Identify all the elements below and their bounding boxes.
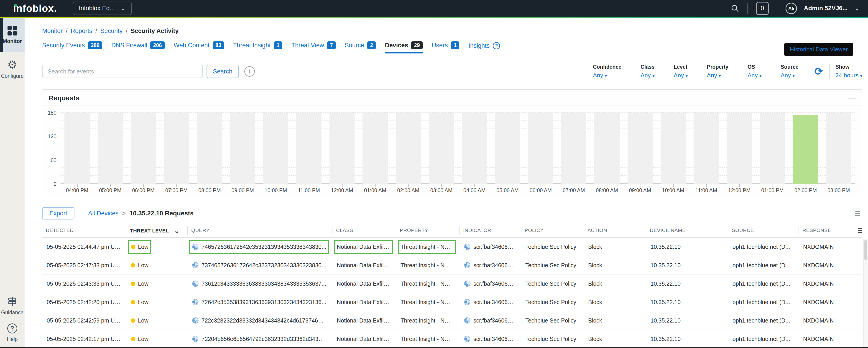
column-menu[interactable] [852, 226, 862, 235]
user-menu-label[interactable]: Admin 52VJ6... [804, 5, 847, 12]
tab-insights[interactable]: Insights? [468, 42, 500, 54]
tab-users[interactable]: Users1 [432, 41, 459, 54]
tab-web-content[interactable]: Web Content83 [174, 41, 224, 54]
indicator-cell: scr.fbaf34606a3c... [461, 277, 519, 291]
table-row[interactable]: 05-05-2025 02:43:33 pm UTC Low 73612c343… [42, 275, 862, 293]
tab-security-events[interactable]: Security Events289 [42, 41, 102, 54]
response-cell: NXDOMAIN [803, 299, 834, 306]
action-cell: Block [588, 280, 602, 287]
table-settings-icon[interactable] [853, 209, 862, 218]
chevron-down-icon[interactable]: ⌄ [854, 7, 859, 10]
column-header-device-name[interactable]: DEVICE NAME [646, 226, 728, 235]
threat-indicator-icon[interactable] [464, 243, 471, 250]
info-icon[interactable]: i [244, 66, 255, 77]
filter-dropdown[interactable]: Any ▾ [641, 72, 655, 79]
tab-threat-view[interactable]: Threat View7 [291, 41, 335, 54]
historical-data-viewer-button[interactable]: Historical Data Viewer [784, 43, 853, 56]
tab-count-badge: 289 [88, 41, 102, 49]
export-button[interactable]: Export [42, 207, 74, 219]
app-switcher-label: Infoblox Ed... [79, 5, 115, 12]
threat-indicator-icon[interactable] [464, 280, 471, 287]
column-header-class[interactable]: CLASS [332, 226, 396, 235]
filter-class: ClassAny ▾ [641, 64, 655, 79]
threat-indicator-icon[interactable] [192, 262, 199, 269]
y-axis-tick-label: 0 [42, 181, 57, 187]
chart-hour-band [495, 113, 520, 184]
refresh-icon[interactable]: ⟳ [814, 65, 823, 77]
breadcrumb-separator: / [126, 28, 127, 35]
x-axis-tick-label: 06:00 PM [132, 187, 154, 194]
notification-counter[interactable]: 0 [756, 2, 769, 15]
table-row[interactable]: 05-05-2025 02:44:47 pm UTC Low 746572636… [42, 238, 862, 256]
threat-indicator-icon[interactable] [192, 243, 199, 250]
vertical-scrollbar[interactable] [863, 239, 868, 348]
filter-dropdown[interactable]: Any ▾ [748, 72, 762, 79]
column-header-action[interactable]: ACTION [584, 226, 646, 235]
all-devices-link[interactable]: All Devices [88, 210, 119, 217]
severity-dot-icon [131, 263, 135, 268]
chart-bar[interactable] [793, 115, 818, 184]
threat-level-cell: Low [128, 295, 151, 309]
column-header-policy[interactable]: POLICY [521, 226, 584, 235]
sidebar-item-configure[interactable]: ⚙ Configure [0, 52, 25, 86]
action-cell: Block [588, 336, 602, 342]
x-axis-tick-label: 08:00 PM [198, 187, 221, 194]
column-header-indicator[interactable]: INDICATOR [459, 226, 521, 235]
breadcrumb-link-security[interactable]: Security [100, 28, 123, 35]
chart-hour-band [561, 113, 587, 184]
breadcrumb-link-reports[interactable]: Reports [71, 28, 92, 35]
app-switcher-dropdown[interactable]: Infoblox Ed... ⌄ [73, 2, 131, 15]
breadcrumb: Monitor / Reports / Security / Security … [42, 28, 862, 35]
filter-row: Search i ConfidenceAny ▾ClassAny ▾LevelA… [42, 64, 862, 79]
requests-panel: Requests — 060120180 04:00 PM05:00 PM06:… [42, 90, 862, 197]
threat-indicator-icon[interactable] [464, 262, 471, 269]
scrollbar-thumb[interactable] [864, 240, 867, 260]
table-row[interactable]: 05-05-2025 02:42:17 pm UTC Low 72204b656… [42, 330, 862, 348]
tab-threat-insight[interactable]: Threat Insight1 [233, 41, 282, 54]
filter-dropdown[interactable]: Any ▾ [674, 72, 688, 79]
table-row[interactable]: 05-05-2025 02:42:59 pm UTC Low 722c32323… [42, 311, 862, 330]
threat-indicator-icon[interactable] [192, 336, 199, 342]
table-row[interactable]: 05-05-2025 02:42:20 pm UTC Low 72642c353… [42, 293, 862, 311]
threat-indicator-icon[interactable] [192, 317, 199, 324]
column-header-detected[interactable]: DETECTED [42, 226, 126, 235]
chart-hour-band [164, 113, 189, 184]
sidebar-item-help[interactable]: ? Help [0, 319, 25, 346]
x-axis-tick-label: 11:00 PM [298, 187, 320, 194]
column-header-property[interactable]: PROPERTY [396, 226, 459, 235]
question-icon: ? [7, 323, 17, 334]
threat-indicator-icon[interactable] [464, 299, 471, 306]
action-cell: Block [588, 317, 602, 324]
threat-indicator-icon[interactable] [464, 336, 471, 342]
threat-indicator-icon[interactable] [192, 280, 199, 287]
tab-source[interactable]: Source2 [345, 41, 376, 54]
search-input[interactable] [42, 65, 203, 78]
help-question-icon[interactable]: ? [493, 42, 500, 49]
sidebar-item-monitor[interactable]: Monitor [0, 18, 25, 52]
avatar[interactable]: A5 [785, 3, 797, 14]
tab-devices[interactable]: Devices29 [385, 41, 423, 54]
search-button[interactable]: Search [207, 65, 239, 78]
tab-dns-firewall[interactable]: DNS Firewall206 [111, 41, 165, 54]
device-name-cell: 10.35.22.10 [651, 299, 681, 306]
column-header-threat-level[interactable]: THREAT LEVEL⌄ [126, 226, 187, 235]
column-header-source[interactable]: SOURCE [728, 226, 799, 235]
device-name-cell: 10.35.22.10 [651, 244, 681, 250]
property-cell: Threat Insight - Notio... [398, 277, 456, 291]
search-icon[interactable] [731, 4, 739, 12]
breadcrumb-link-monitor[interactable]: Monitor [42, 28, 63, 35]
threat-indicator-icon[interactable] [464, 317, 471, 324]
show-filter-dropdown[interactable]: 24 hours ▾ [835, 72, 862, 79]
source-cell: oph1.techblue.net (D... [733, 262, 790, 269]
threat-indicator-icon[interactable] [192, 299, 199, 306]
filter-dropdown[interactable]: Any ▾ [707, 72, 728, 79]
column-header-query[interactable]: QUERY [187, 226, 332, 235]
filter-dropdown[interactable]: Any ▾ [781, 72, 799, 79]
collapse-icon[interactable]: — [848, 96, 856, 100]
hamburger-icon[interactable] [856, 228, 862, 233]
indicator-cell: scr.fbaf34606a3c... [461, 313, 519, 327]
filter-dropdown[interactable]: Any ▾ [593, 72, 621, 79]
sidebar-item-guidance[interactable]: Guidance [0, 292, 25, 319]
table-row[interactable]: 05-05-2025 02:47:33 pm UTC Low 737465726… [42, 256, 862, 275]
column-header-response[interactable]: RESPONSE [799, 226, 852, 235]
